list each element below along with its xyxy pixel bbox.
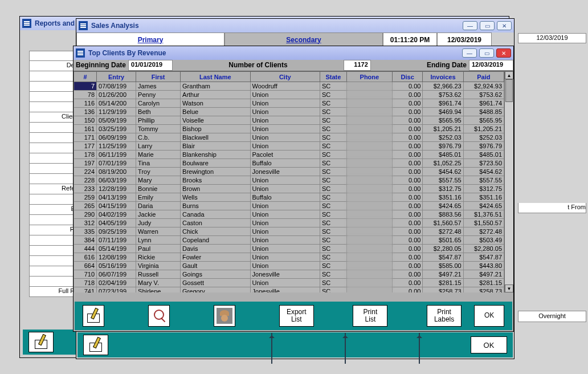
table-row[interactable]: 66405/16/199VirginiaGaultUnionSC0.00$585… <box>74 262 504 270</box>
table-cell: Union <box>250 262 320 270</box>
table-cell: 08/19/200 <box>97 168 136 176</box>
table-row[interactable]: 33509/25/199WarrenChickUnionSC0.00$272.4… <box>74 227 504 236</box>
beginning-date-value[interactable]: 01/01/2019 <box>128 60 173 71</box>
col-header[interactable]: City <box>250 72 320 82</box>
minimize-button[interactable]: — <box>463 21 477 30</box>
ending-date-value[interactable]: 12/03/2019 <box>469 60 513 71</box>
table-row[interactable]: 16103/25/199TommyBishopUnionSC0.00$1,205… <box>74 125 504 133</box>
clients-table[interactable]: #EntryFirstLast NameCityStatePhoneDiscIn… <box>74 71 504 292</box>
maximize-button[interactable]: ▭ <box>479 48 494 58</box>
col-header[interactable]: Invoices <box>423 72 463 82</box>
table-row[interactable]: 13611/29/199BethBelueUnionSC0.00$469.94$… <box>74 108 504 116</box>
sales-titlebar[interactable]: Sales Analysis — ▭ ✕ <box>76 19 514 32</box>
table-cell: 07/08/199 <box>97 82 136 91</box>
table-cell: Union <box>250 210 320 219</box>
table-cell: 04/13/199 <box>97 193 136 202</box>
table-cell: Carolyn <box>136 99 181 108</box>
table-cell: Wells <box>181 193 250 202</box>
table-cell: 0.00 <box>392 227 422 236</box>
table-cell: 0.00 <box>392 151 422 159</box>
table-cell: $252.03 <box>423 133 463 142</box>
table-row[interactable]: 22408/19/200TroyBrewingtonJonesvilleSC0.… <box>74 168 504 176</box>
print-labels-button[interactable]: PrintLabels <box>427 305 462 327</box>
table-row[interactable]: 7801/26/200PennyArthurUnionSC0.00$753.62… <box>74 91 504 99</box>
table-row[interactable]: 23312/28/199BonnieBrownUnionSC0.00$312.7… <box>74 185 504 193</box>
edit-icon-button[interactable] <box>83 305 104 327</box>
edit-icon-button[interactable] <box>83 335 108 355</box>
print-list-button[interactable]: PrintList <box>353 305 387 327</box>
close-button[interactable]: ✕ <box>497 21 512 30</box>
table-cell: $723.50 <box>463 159 504 168</box>
table-cell: 06/09/199 <box>97 133 136 142</box>
col-header[interactable]: Paid <box>463 72 504 82</box>
maximize-button[interactable]: ▭ <box>480 21 495 30</box>
table-cell: SC <box>320 279 347 287</box>
table-row[interactable]: 22806/03/199MaryBrooksUnionSC0.00$557.55… <box>74 176 504 185</box>
right-from-cell: t From <box>518 203 586 213</box>
table-cell: 07/11/199 <box>97 236 136 245</box>
detective-icon-button[interactable] <box>214 305 235 327</box>
table-cell: 741 <box>74 287 97 293</box>
table-row[interactable]: 71802/04/199Mary V.GossettUnionSC0.00$28… <box>74 279 504 287</box>
table-cell: 259 <box>74 193 97 202</box>
col-header[interactable]: # <box>74 72 97 82</box>
table-cell: $1,052.25 <box>423 159 463 168</box>
app-icon <box>22 19 31 28</box>
search-icon-button[interactable] <box>148 305 170 327</box>
table-cell: Canada <box>181 210 250 219</box>
table-cell: 05/14/200 <box>97 99 136 108</box>
table-row[interactable]: 15005/09/199PhillipVoiselleUnionSC0.00$5… <box>74 116 504 125</box>
tab-secondary[interactable]: Secondary <box>224 32 383 47</box>
vertical-scrollbar[interactable]: ▲ ▼ <box>504 71 513 292</box>
table-row[interactable]: 61612/08/199RickieFowlerUnionSC0.00$547.… <box>74 253 504 262</box>
table-cell: $454.62 <box>423 168 463 176</box>
col-header[interactable]: Last Name <box>181 72 250 82</box>
table-cell: 228 <box>74 176 97 185</box>
table-cell: SC <box>320 287 347 293</box>
table-cell: 0.00 <box>392 99 422 108</box>
table-row[interactable]: 17106/09/199C.b.BlackwellUnionSC0.00$252… <box>74 133 504 142</box>
table-cell: 0.00 <box>392 168 422 176</box>
table-row[interactable]: 707/08/199JamesGranthamWoodruffSC0.00$2,… <box>74 82 504 91</box>
table-row[interactable]: 11605/14/200CarolynWatsonUnionSC0.00$961… <box>74 99 504 108</box>
table-row[interactable]: 74107/23/199ShirleneGregoryJonesvilleSC0… <box>74 287 504 293</box>
minimize-button[interactable]: — <box>462 48 477 58</box>
table-cell: $1,560.57 <box>423 219 463 227</box>
table-row[interactable]: 29004/02/199JackieCanadaUnionSC0.00$883.… <box>74 210 504 219</box>
table-cell: 0.00 <box>392 219 422 227</box>
col-header[interactable]: Disc <box>392 72 422 82</box>
table-row[interactable]: 19707/01/199TinaBoulwareBuffaloSC0.00$1,… <box>74 159 504 168</box>
table-cell: Fowler <box>181 253 250 262</box>
table-cell: SC <box>320 99 347 108</box>
topclients-titlebar[interactable]: Top Clients By Revenue — ▭ ✕ <box>74 46 513 60</box>
edit-icon-button[interactable] <box>28 332 54 352</box>
table-row[interactable]: 31204/05/199JudyCastonUnionSC0.00$1,560.… <box>74 219 504 227</box>
close-button[interactable]: ✕ <box>496 48 511 58</box>
scroll-up-arrow[interactable]: ▲ <box>505 71 513 79</box>
table-row[interactable]: 26504/15/199DariaBurnsUnionSC0.00$424.65… <box>74 202 504 210</box>
table-cell: $2,924.93 <box>463 82 504 91</box>
table-cell: Union <box>250 253 320 262</box>
col-header[interactable]: Entry <box>97 72 136 82</box>
table-cell: 616 <box>74 253 97 262</box>
ok-button[interactable]: OK <box>471 336 507 353</box>
table-row[interactable]: 25904/13/199EmilyWellsBuffaloSC0.00$351.… <box>74 193 504 202</box>
table-row[interactable]: 44405/14/199PaulDavisUnionSC0.00$2,280.0… <box>74 245 504 253</box>
table-row[interactable]: 38407/11/199LynnCopelandUnionSC0.00$501.… <box>74 236 504 245</box>
col-header[interactable]: First <box>136 72 181 82</box>
table-row[interactable]: 71006/07/199RussellGoingsJonesvilleSC0.0… <box>74 270 504 279</box>
table-cell: 0.00 <box>392 133 422 142</box>
ok-button[interactable]: OK <box>474 305 504 327</box>
col-header[interactable]: State <box>320 72 347 82</box>
table-row[interactable]: 17806/11/199MarieBlankenshipPacoletSC0.0… <box>74 151 504 159</box>
tab-primary[interactable]: Primary <box>76 32 224 47</box>
table-cell: Jonesville <box>250 287 320 293</box>
col-header[interactable]: Phone <box>346 72 392 82</box>
table-cell: 710 <box>74 270 97 279</box>
scroll-down-arrow[interactable]: ▼ <box>505 284 513 292</box>
table-cell: Union <box>250 219 320 227</box>
scroll-thumb[interactable] <box>505 79 513 102</box>
table-cell: 0.00 <box>392 193 422 202</box>
export-list-button[interactable]: ExportList <box>279 305 314 327</box>
table-row[interactable]: 17711/25/199LarryBlairUnionSC0.00$976.79… <box>74 142 504 151</box>
